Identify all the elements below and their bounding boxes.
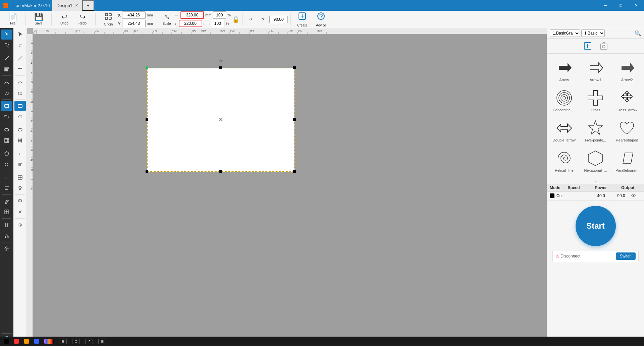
handle-bc[interactable] — [219, 170, 222, 173]
tool2-text-btn[interactable]: A — [14, 149, 26, 159]
maximize-btn[interactable]: □ — [613, 0, 629, 11]
table-tool-btn[interactable] — [1, 207, 12, 217]
minimize-btn[interactable]: ─ — [598, 0, 613, 11]
width-pct-input[interactable] — [213, 11, 226, 19]
shape-concentric[interactable]: Concentric_... — [550, 86, 579, 114]
edit-panel-tab[interactable] — [583, 41, 592, 51]
origin-btn[interactable]: Origin — [100, 12, 117, 27]
tool2-e2-btn[interactable] — [14, 135, 26, 146]
shape-arrow2[interactable]: Arrow2 — [612, 56, 641, 84]
curve2-tool-btn[interactable] — [1, 88, 12, 98]
save-btn[interactable]: 💾 Save — [30, 12, 47, 27]
rotate-handle[interactable]: ⟳ — [219, 58, 223, 64]
status-color-orange[interactable] — [24, 339, 29, 344]
tool2-rect-active-btn[interactable] — [14, 101, 26, 111]
status-color-red[interactable] — [14, 339, 19, 344]
shape-lib2-dropdown[interactable]: 1.Basic — [581, 30, 605, 37]
rect-tool-btn[interactable] — [1, 101, 12, 111]
layer-row-0[interactable]: Cut 40.0 99.0 👁 — [547, 192, 644, 200]
lock-icon[interactable]: 🔒 — [232, 16, 239, 23]
canvas-area[interactable]: 2057144202288317375432490519576605663721… — [27, 28, 547, 346]
tool2-c1-btn[interactable] — [14, 77, 26, 87]
shape-lib1-dropdown[interactable]: 1.BasicGra — [550, 30, 580, 37]
advice-btn[interactable]: Advice — [312, 12, 330, 27]
rotate-ccw-btn[interactable]: ↺ — [245, 12, 256, 27]
rect2-tool-btn[interactable] — [1, 112, 12, 122]
shape-hexagonal[interactable]: Hexagonal_... — [581, 147, 610, 174]
path-tool-btn[interactable] — [1, 231, 12, 241]
shape-parallelogram[interactable]: Parallelogram — [612, 147, 641, 174]
height-input[interactable] — [179, 20, 202, 27]
statusbar-btn4[interactable]: ⊞ — [98, 339, 106, 344]
handle-tr[interactable] — [293, 66, 296, 69]
dots-tool-btn[interactable] — [1, 159, 12, 169]
tool2-f2-btn[interactable] — [14, 159, 26, 169]
scale-btn[interactable]: ⤡ Scale — [160, 12, 173, 27]
shape-five-pointed[interactable]: Five-pointe... — [581, 117, 610, 144]
curve-tool-btn[interactable] — [1, 77, 12, 87]
handle-bl[interactable] — [146, 170, 148, 173]
tool2-node-btn[interactable] — [14, 40, 26, 50]
handle-br[interactable] — [293, 170, 296, 173]
layers-tool-btn[interactable] — [1, 220, 12, 230]
disconnect-btn[interactable]: ⚠ Disconnect — [555, 254, 580, 258]
statusbar-btn1[interactable]: ⊞ — [59, 339, 67, 344]
active-tab[interactable]: Design1 ✕ — [52, 0, 82, 11]
handle-tc[interactable] — [219, 66, 222, 69]
tool2-b2-btn[interactable] — [14, 64, 26, 74]
handle-mr[interactable] — [293, 118, 296, 121]
height-pct-input[interactable] — [211, 20, 224, 27]
select2-tool-btn[interactable] — [1, 40, 12, 50]
x-input[interactable] — [122, 11, 146, 19]
switch-btn[interactable]: Switch — [616, 252, 636, 260]
handle-ml[interactable] — [146, 118, 148, 121]
spark-tool-btn[interactable] — [1, 244, 12, 254]
select-tool-btn[interactable] — [1, 30, 12, 40]
tool2-ellipse-btn[interactable] — [14, 125, 26, 135]
shape-arrow[interactable]: Arrow — [550, 56, 579, 84]
polygon-tool-btn[interactable] — [1, 149, 12, 159]
y-input[interactable] — [122, 20, 146, 27]
align-tool-btn[interactable] — [1, 64, 12, 74]
rotate-cw-btn[interactable]: ↻ — [257, 12, 268, 27]
tool2-c2-btn[interactable] — [14, 88, 26, 98]
file-btn[interactable]: 📄 File — [4, 12, 21, 27]
shape-arrow1[interactable]: Arrow1 — [581, 56, 610, 84]
text2-tool-btn[interactable] — [1, 183, 12, 193]
tool2-select-btn[interactable] — [14, 30, 26, 40]
close-btn[interactable]: ✕ — [629, 0, 644, 11]
width-input[interactable] — [180, 11, 204, 19]
tab-close-btn[interactable]: ✕ — [75, 3, 78, 8]
create-btn[interactable]: Create — [293, 12, 311, 27]
grid-tool-btn[interactable] — [1, 135, 12, 146]
tool2-d2-btn[interactable] — [14, 112, 26, 122]
status-color-purple[interactable] — [44, 339, 54, 344]
tool2-i1-btn[interactable] — [14, 220, 26, 230]
status-color-blue[interactable] — [34, 339, 39, 344]
rotation-input[interactable] — [269, 16, 288, 23]
shape-double-arrow[interactable]: Double_arrow — [550, 117, 579, 144]
tool2-g1-btn[interactable] — [14, 172, 26, 182]
text-tool-btn[interactable]: A — [1, 172, 12, 182]
layer-visibility-btn[interactable]: 👁 — [631, 193, 641, 198]
shape-cross[interactable]: Cross — [581, 86, 610, 114]
tool2-b1-btn[interactable] — [14, 53, 26, 63]
statusbar-btn2[interactable]: ⊡ — [72, 339, 80, 344]
camera-panel-tab[interactable] — [599, 41, 608, 51]
new-tab-btn[interactable]: + — [82, 0, 94, 11]
shapes-search-btn[interactable]: 🔍 — [635, 30, 641, 37]
redo-btn[interactable]: ↪ Redo — [74, 12, 91, 27]
status-color-black[interactable] — [4, 339, 9, 344]
line-tool-btn[interactable] — [1, 53, 12, 63]
tool2-g2-btn[interactable] — [14, 183, 26, 193]
undo-btn[interactable]: ↩ Undo — [56, 12, 73, 27]
ellipse-tool-btn[interactable] — [1, 125, 12, 135]
handle-tl[interactable] — [146, 66, 148, 69]
shape-helical[interactable]: Helical_line — [550, 147, 579, 174]
shape-heart[interactable]: Heart-shaped — [612, 117, 641, 144]
tool2-h1-btn[interactable] — [14, 196, 26, 206]
eraser-tool-btn[interactable] — [1, 196, 12, 206]
tool2-h2-btn[interactable] — [14, 207, 26, 217]
start-btn[interactable]: Start — [576, 206, 616, 246]
canvas-inner[interactable]: ⟳ ✕ — [33, 34, 547, 346]
